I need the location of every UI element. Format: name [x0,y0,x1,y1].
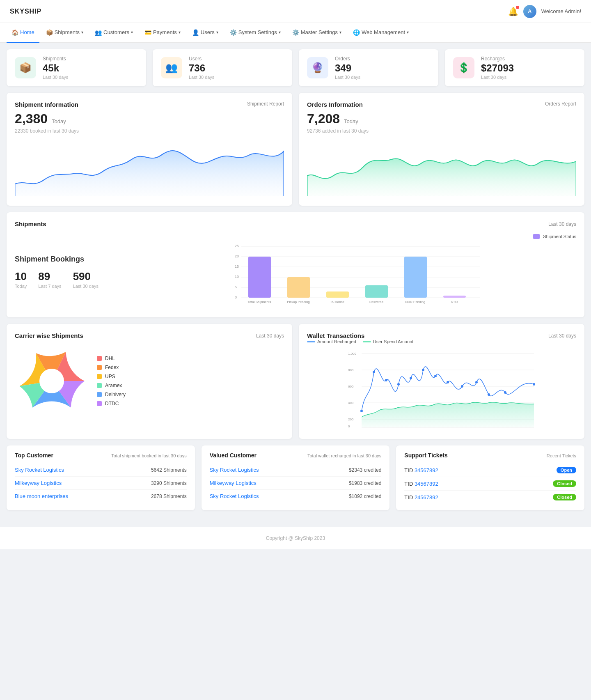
top-customer-link-1[interactable]: Sky Rocket Logistics [15,467,64,473]
bar-chart: 25 20 15 10 5 0 Total Shipments [130,242,576,308]
nav-master-settings[interactable]: ⚙️ Master Settings ▾ [287,23,346,43]
valued-customer-link-3[interactable]: Sky Rocket Logistics [210,493,259,499]
delhivery-dot [97,392,102,397]
ticket-status-3: Closed [553,494,576,500]
nav-home[interactable]: 🏠 Home [7,23,39,43]
users-stat-sub: Last 30 days [189,75,284,80]
legend-amount-recharged: Amount Recharged [307,339,356,344]
nav-customers[interactable]: 👥 Customers ▾ [90,23,138,43]
payments-icon: 💳 [144,29,151,36]
legend-dtdc: DTDC [97,401,126,406]
nav-master-settings-label: Master Settings [301,29,338,35]
shipments-icon: 📦 [46,29,53,36]
pie-inner: DHL Fedex UPS Aramex [15,344,284,418]
svg-point-45 [461,385,463,388]
booking-today-val: 10 [15,270,27,283]
wallet-header: Wallet Transactions Last 30 days [307,332,576,339]
shipment-report-link[interactable]: Shipment Report [247,101,284,107]
nav-web-management[interactable]: 🌐 Web Management ▾ [348,23,414,43]
chevron-down-icon: ▾ [407,30,409,34]
orders-stat-label: Orders [335,56,430,62]
master-settings-icon: ⚙️ [292,29,299,36]
orders-info-title: Orders Information [307,101,363,108]
top-right: 🔔 A Welcome Admin! [508,5,581,18]
users-icon: 👤 [192,29,199,36]
svg-point-46 [475,381,478,383]
wallet-card: Wallet Transactions Last 30 days Amount … [299,324,584,439]
nav-users[interactable]: 👤 Users ▾ [187,23,223,43]
legend-spend-amount: User Spend Amount [363,339,413,344]
aramex-label: Aramex [105,383,122,388]
shipment-info-title: Shipment Information [15,101,78,108]
chevron-down-icon: ▾ [179,30,181,34]
orders-info-sub: 92736 added in last 30 days [307,128,576,134]
chevron-down-icon: ▾ [339,30,341,34]
main-content: 📦 Shipments 45k Last 30 days 👥 Users 736… [0,43,591,523]
svg-text:10: 10 [235,275,239,279]
stat-cards-grid: 📦 Shipments 45k Last 30 days 👥 Users 736… [7,49,584,86]
main-nav: 🏠 Home 📦 Shipments ▾ 👥 Customers ▾ 💳 Pay… [0,23,591,43]
svg-text:0: 0 [235,295,237,299]
svg-point-48 [504,391,506,394]
booking-30d-label: Last 30 days [73,284,98,289]
top-customer-link-3[interactable]: Blue moon enterprises [15,493,68,499]
web-management-icon: 🌐 [353,29,360,36]
shipment-info-body: 2,380 Today [15,111,284,126]
booking-today-label: Today [15,284,27,289]
svg-rect-20 [404,257,427,298]
top-customer-card: Top Customer Total shipment booked in la… [7,445,195,510]
notification-badge [516,6,519,9]
table-row: Milkeyway Logistics 3290 Shipments [15,477,187,490]
footer: Copyright @ SkyShip 2023 [0,527,591,549]
table-row: TID 24567892 Closed [404,491,576,504]
shipments-stat-sub: Last 30 days [43,75,138,80]
nav-system-settings[interactable]: ⚙️ System Settings ▾ [225,23,286,43]
nav-shipments-label: Shipments [55,29,80,35]
carrier-pie-sub: Last 30 days [256,333,284,339]
svg-text:5: 5 [235,285,237,289]
svg-rect-18 [365,285,388,298]
table-row: Sky Rocket Logistics $1092 credited [210,490,382,503]
top-customer-val-1: 5642 Shipments [151,467,187,473]
booking-7d-val: 89 [38,270,61,283]
booking-today: 10 Today [15,270,27,289]
bookings-stats: 10 Today 89 Last 7 days 590 Last 30 days [15,270,121,289]
avatar: A [523,5,536,18]
orders-report-link[interactable]: Orders Report [545,101,576,107]
svg-point-37 [360,410,363,412]
ticket-tid-2: TID 34567892 [404,481,438,487]
spend-label: User Spend Amount [373,339,413,344]
legend-ups: UPS [97,374,126,379]
bar-chart-legend-label: Shipment Status [543,234,576,239]
bottom-row: Carrier wise Shipments Last 30 days [7,324,584,439]
support-tickets-header: Support Tickets Recent Tickets [404,452,576,459]
shipment-info-header: Shipment Information Shipment Report [15,101,284,108]
nav-shipments[interactable]: 📦 Shipments ▾ [41,23,88,43]
valued-customer-link-2[interactable]: Milkeyway Logistics [210,480,257,486]
svg-point-42 [422,369,424,371]
svg-rect-16 [326,291,349,298]
svg-rect-22 [443,296,466,298]
nav-customers-label: Customers [103,29,129,35]
svg-text:20: 20 [235,254,239,258]
legend-fedex: Fedex [97,365,126,370]
shipments-stat-value: 45k [43,62,138,74]
recharges-stat-value: $27093 [481,62,576,74]
customers-icon: 👥 [95,29,102,36]
svg-point-44 [447,381,449,383]
bookings-title: Shipment Bookings [15,255,121,264]
table-row: TID 34567892 Closed [404,477,576,491]
wallet-title: Wallet Transactions [307,332,364,339]
bookings-left: Shipment Bookings 10 Today 89 Last 7 day… [15,255,121,289]
shipments-section-header: Shipments Last 30 days [15,220,576,227]
top-customer-link-2[interactable]: Milkeyway Logistics [15,480,62,486]
dhl-dot [97,356,102,361]
orders-today-label: Today [344,118,358,124]
svg-text:Delivered: Delivered [369,300,383,304]
notification-bell[interactable]: 🔔 [508,7,518,16]
svg-point-43 [434,375,437,377]
valued-customer-link-1[interactable]: Sky Rocket Logistics [210,467,259,473]
ticket-tid-1: TID 34567892 [404,467,438,473]
nav-payments[interactable]: 💳 Payments ▾ [140,23,186,43]
stat-card-users: 👥 Users 736 Last 30 days [153,49,292,86]
